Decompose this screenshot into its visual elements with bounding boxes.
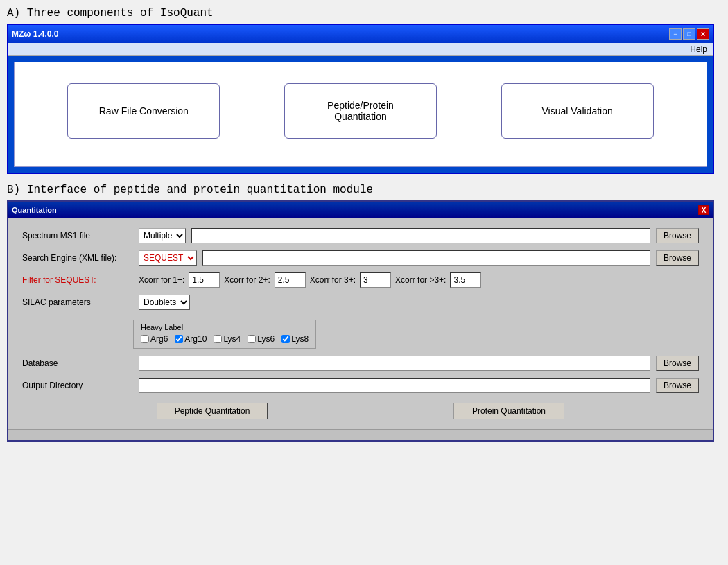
- arg10-checkbox[interactable]: [175, 335, 183, 343]
- statusbar-b: [8, 429, 713, 440]
- browse-database-button[interactable]: Browse: [656, 356, 699, 371]
- database-row: Database Browse: [22, 356, 699, 371]
- filter-sequest-row: Filter for SEQUEST: Xcorr for 1+: Xcorr …: [22, 272, 699, 288]
- silac-row: SILAC parameters Doublets Triplets None: [22, 295, 699, 310]
- spectrum-ms1-input[interactable]: [191, 228, 650, 243]
- checkbox-group: Arg6 Arg10 Lys4 Lys6 Lys8: [141, 334, 309, 344]
- search-engine-label: Search Engine (XML file):: [22, 253, 133, 263]
- xcorr-group: Xcorr for 1+: Xcorr for 2+: Xcorr for 3+…: [139, 272, 481, 288]
- browse-spectrum-button[interactable]: Browse: [656, 228, 699, 243]
- lys4-checkbox[interactable]: [214, 335, 222, 343]
- search-engine-row: Search Engine (XML file): SEQUEST Mascot…: [22, 250, 699, 266]
- browse-output-dir-button[interactable]: Browse: [656, 378, 699, 393]
- heavy-label-title: Heavy Label: [141, 323, 309, 331]
- xcorr3plus-label: Xcorr for >3+:: [395, 275, 446, 285]
- lys6-checkbox-item[interactable]: Lys6: [248, 334, 275, 344]
- arg6-checkbox-item[interactable]: Arg6: [141, 334, 168, 344]
- lys8-checkbox-item[interactable]: Lys8: [281, 334, 309, 344]
- xcorr3plus-input[interactable]: [450, 272, 481, 288]
- search-engine-dropdown[interactable]: SEQUEST Mascot: [139, 250, 197, 266]
- maximize-button-a[interactable]: □: [683, 28, 695, 40]
- silac-dropdown[interactable]: Doublets Triplets None: [139, 295, 190, 310]
- lys8-checkbox[interactable]: [281, 335, 290, 343]
- visual-validation-button[interactable]: Visual Validation: [501, 83, 654, 139]
- lys6-label: Lys6: [257, 334, 275, 344]
- arg10-checkbox-item[interactable]: Arg10: [175, 334, 207, 344]
- database-input[interactable]: [139, 356, 650, 371]
- titlebar-a: MZω 1.4.0.0 − □ X: [8, 25, 713, 43]
- spectrum-ms1-dropdown[interactable]: Multiple Single: [139, 228, 186, 243]
- menubar-a: Help: [8, 43, 713, 56]
- section-b-label: B) Interface of peptide and protein quan…: [7, 184, 721, 196]
- output-dir-row: Output Directory Browse: [22, 378, 699, 393]
- xcorr1-label: Xcorr for 1+:: [139, 275, 184, 285]
- arg6-label: Arg6: [150, 334, 168, 344]
- search-engine-input[interactable]: [202, 250, 650, 266]
- close-button-b[interactable]: X: [698, 205, 709, 215]
- peptide-quantitation-button[interactable]: Peptide Quantitation: [157, 403, 268, 419]
- xcorr2-input[interactable]: [275, 272, 306, 288]
- module-buttons-container: Raw File Conversion Peptide/ProteinQuant…: [35, 76, 686, 146]
- peptide-protein-quantitation-button[interactable]: Peptide/ProteinQuantitation: [284, 83, 437, 139]
- output-dir-input[interactable]: [139, 378, 650, 393]
- help-menu[interactable]: Help: [690, 44, 707, 54]
- xcorr3-input[interactable]: [360, 272, 391, 288]
- xcorr2-label: Xcorr for 2+:: [224, 275, 270, 285]
- titlebar-b: Quantitation X: [8, 202, 713, 218]
- lys4-checkbox-item[interactable]: Lys4: [214, 334, 241, 344]
- spectrum-ms1-row: Spectrum MS1 file Multiple Single Browse: [22, 228, 699, 243]
- form-area: Spectrum MS1 file Multiple Single Browse…: [8, 218, 713, 429]
- spectrum-ms1-label: Spectrum MS1 file: [22, 231, 133, 241]
- window-a-title: MZω 1.4.0.0: [12, 29, 59, 39]
- window-b-title: Quantitation: [12, 206, 57, 214]
- minimize-button-a[interactable]: −: [669, 28, 682, 40]
- raw-file-conversion-button[interactable]: Raw File Conversion: [67, 83, 220, 139]
- window-controls-a: − □ X: [669, 28, 709, 40]
- lys8-label: Lys8: [291, 334, 309, 344]
- xcorr1-input[interactable]: [189, 272, 220, 288]
- database-label: Database: [22, 358, 133, 368]
- heavy-label-group: Heavy Label Arg6 Arg10 Lys4 Lys6: [133, 320, 316, 349]
- lys4-label: Lys4: [223, 334, 241, 344]
- output-dir-label: Output Directory: [22, 381, 133, 390]
- filter-sequest-label: Filter for SEQUEST:: [22, 275, 133, 285]
- arg10-label: Arg10: [184, 334, 207, 344]
- protein-quantitation-button[interactable]: Protein Quantitation: [453, 403, 564, 419]
- close-button-a[interactable]: X: [697, 28, 709, 40]
- window-b: Quantitation X Spectrum MS1 file Multipl…: [7, 200, 714, 442]
- browse-search-engine-button[interactable]: Browse: [656, 250, 699, 266]
- xcorr3-label: Xcorr for 3+:: [310, 275, 356, 285]
- window-a: MZω 1.4.0.0 − □ X Help Raw File Conversi…: [7, 24, 714, 174]
- arg6-checkbox[interactable]: [141, 335, 149, 343]
- section-a-label: A) Three components of IsoQuant: [7, 7, 721, 19]
- lys6-checkbox[interactable]: [248, 335, 256, 343]
- silac-label: SILAC parameters: [22, 297, 133, 307]
- action-row: Peptide Quantitation Protein Quantitatio…: [22, 403, 699, 419]
- content-area-a: Raw File Conversion Peptide/ProteinQuant…: [14, 62, 707, 167]
